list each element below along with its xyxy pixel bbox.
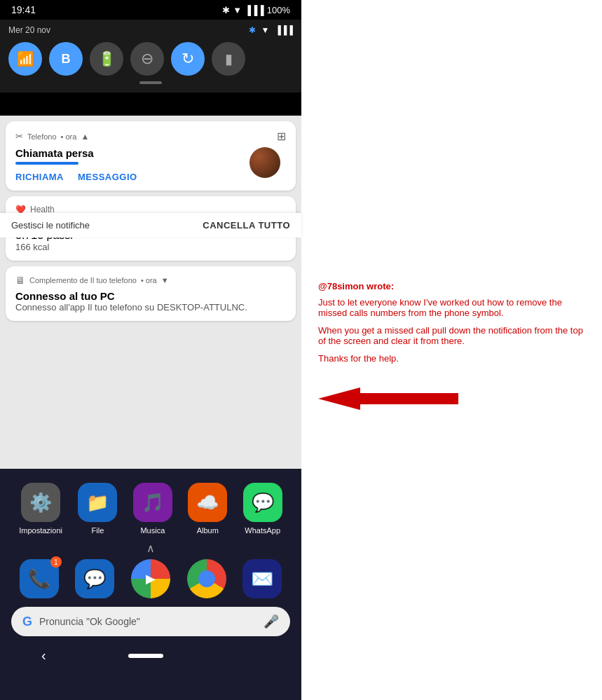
files-label: File [92, 526, 104, 535]
manage-notifications-link[interactable]: Gestisci le notifiche [11, 220, 90, 231]
microphone-icon[interactable]: 🎤 [264, 614, 279, 629]
autorotate-icon: ↻ [182, 50, 194, 68]
dock-play[interactable]: ▶ [131, 559, 170, 598]
bluetooth-status-icon: ✱ [222, 5, 230, 15]
pc-notif-title: Connesso al tuo PC [15, 290, 286, 302]
phone-badge: 1 [50, 556, 62, 568]
health-kcal: 166 kcal [15, 242, 286, 252]
status-bar: 19:41 ✱ ▼ ▐▐▐ 100% [0, 0, 301, 20]
arrow-annotation [318, 378, 585, 420]
app-whatsapp[interactable]: 💬 WhatsApp [243, 483, 282, 535]
dock-mail-icon: ✉️ [242, 559, 282, 598]
dnd-toggle[interactable]: ⊖ [130, 42, 164, 76]
pc-time: • ora [141, 276, 157, 284]
phone-notification-card: ✂ Telefono • ora ▲ ⊞ Chiamata persa RICH… [6, 121, 296, 191]
date-label: Mer 20 nov [8, 25, 50, 35]
home-screen: ⚙️ Impostazioni 📁 File 🎵 Musica ☁️ Album… [0, 469, 301, 700]
pc-notif-body: Connesso all'app Il tuo telefono su DESK… [15, 302, 286, 313]
autorotate-toggle[interactable]: ↻ [171, 42, 205, 76]
annotation-body2: When you get a missed call pull down the… [318, 325, 585, 346]
quick-settings-handle [139, 81, 162, 84]
phone-notif-time: • ora [61, 132, 77, 141]
clear-all-button[interactable]: CANCELLA TUTTO [203, 220, 290, 231]
search-placeholder: Pronuncia "Ok Google" [39, 616, 256, 627]
flashlight-toggle[interactable]: ▮ [212, 42, 245, 76]
flashlight-icon: ▮ [225, 50, 233, 67]
status-time: 19:41 [11, 4, 36, 15]
home-pill[interactable] [128, 654, 163, 658]
navigation-bar: ‹ [0, 642, 301, 671]
annotation-panel: @78simon wrote: Just to let everyone kno… [301, 0, 602, 700]
bluetooth-icon: B [62, 52, 71, 67]
google-g-icon: G [22, 615, 32, 629]
wifi-toggle[interactable]: 📶 [8, 42, 42, 76]
google-search-bar[interactable]: G Pronuncia "Ok Google" 🎤 [11, 607, 290, 636]
caller-avatar [249, 147, 280, 178]
phone-notif-expand[interactable]: ▲ [81, 132, 89, 142]
message-button[interactable]: MESSAGGIO [78, 172, 137, 182]
app-grid: ⚙️ Impostazioni 📁 File 🎵 Musica ☁️ Album… [0, 469, 301, 540]
wifi-status-icon: ▼ [233, 5, 242, 15]
settings-icon: ⚙️ [21, 483, 60, 522]
phone-notif-bar [15, 162, 78, 165]
annotation-body1: Just to let everyone know I've worked ou… [318, 297, 585, 318]
music-icon: 🎵 [133, 483, 172, 522]
dock-messages[interactable]: 💬 [75, 559, 114, 598]
dock-chrome[interactable] [187, 559, 226, 598]
recall-button[interactable]: RICHIAMA [15, 172, 64, 182]
notifications-bottom-bar: Gestisci le notifiche CANCELLA TUTTO [0, 213, 301, 238]
battery-toggle[interactable]: 🔋 [90, 42, 123, 76]
annotation-thanks: Thanks for the help. [318, 353, 585, 364]
music-label: Musica [140, 526, 165, 535]
battery-status: 100% [267, 5, 290, 15]
dock-messages-icon: 💬 [75, 559, 114, 598]
battery-icon: 🔋 [98, 50, 116, 67]
qs-bluetooth-icon: ✱ [249, 25, 256, 35]
whatsapp-icon: 💬 [243, 483, 282, 522]
svg-rect-0 [360, 393, 458, 404]
app-drawer-arrow[interactable]: ∧ [0, 542, 301, 555]
phone-notif-menu[interactable]: ⊞ [277, 130, 286, 143]
dnd-icon: ⊖ [141, 50, 153, 68]
pc-notification-card: 🖥 Complemento de Il tuo telefono • ora ▼… [6, 266, 296, 321]
quick-settings-panel: Mer 20 nov ✱ ▼ ▐▐▐ 📶 B 🔋 ⊖ ↻ [0, 20, 301, 92]
wifi-icon: 📶 [17, 50, 34, 67]
quick-icons-row: 📶 B 🔋 ⊖ ↻ ▮ [8, 42, 293, 76]
phone-notif-title: Chiamata persa [15, 147, 137, 159]
whatsapp-label: WhatsApp [245, 526, 280, 535]
pc-icon: 🖥 [15, 275, 25, 286]
pc-app-label: Complemento de Il tuo telefono [29, 276, 137, 284]
back-button[interactable]: ‹ [41, 647, 46, 664]
app-dock: 📞 1 💬 ▶ ✉️ [0, 556, 301, 601]
dock-play-icon: ▶ [131, 559, 170, 598]
svg-marker-1 [318, 387, 360, 410]
annotation-arrow [318, 378, 472, 420]
app-files[interactable]: 📁 File [78, 483, 117, 535]
annotation-author: @78simon wrote: [318, 281, 585, 291]
dock-phone[interactable]: 📞 1 [20, 559, 59, 598]
signal-icon: ▐▐▐ [245, 5, 264, 15]
pc-expand[interactable]: ▼ [161, 276, 169, 284]
album-icon: ☁️ [188, 483, 227, 522]
phone-app-icon: ✂ [15, 131, 23, 142]
qs-signal-icon: ▐▐▐ [275, 25, 293, 35]
app-settings[interactable]: ⚙️ Impostazioni [19, 483, 62, 535]
files-icon: 📁 [78, 483, 117, 522]
phone-panel: 19:41 ✱ ▼ ▐▐▐ 100% Mer 20 nov ✱ ▼ ▐▐▐ 📶 … [0, 0, 301, 700]
app-music[interactable]: 🎵 Musica [133, 483, 172, 535]
qs-wifi-icon: ▼ [261, 25, 270, 35]
album-label: Album [197, 526, 219, 535]
bluetooth-toggle[interactable]: B [49, 42, 83, 76]
settings-label: Impostazioni [19, 526, 62, 535]
phone-notif-app: Telefono [27, 132, 57, 141]
dock-chrome-icon [187, 559, 226, 598]
app-album[interactable]: ☁️ Album [188, 483, 227, 535]
dock-mail[interactable]: ✉️ [242, 559, 282, 598]
